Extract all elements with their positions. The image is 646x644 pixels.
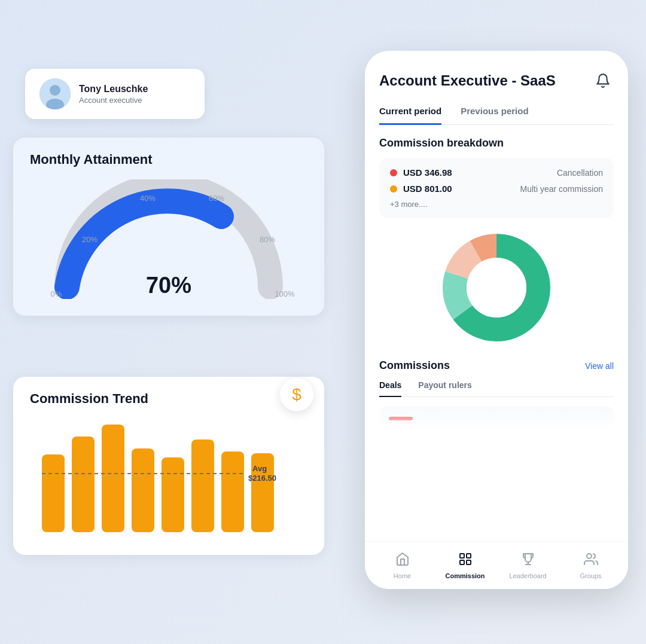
trend-chart: Avg $216.50 xyxy=(30,419,307,538)
breakdown-left-2: USD 801.00 xyxy=(390,184,452,194)
breakdown-amount-2: USD 801.00 xyxy=(403,184,452,194)
svg-text:Avg: Avg xyxy=(252,464,267,473)
svg-point-25 xyxy=(467,258,526,318)
trend-title: Commission Trend xyxy=(30,391,307,407)
nav-item-groups[interactable]: Groups xyxy=(559,552,622,579)
svg-rect-15 xyxy=(191,439,214,532)
deal-preview xyxy=(379,407,614,431)
nav-item-home[interactable]: Home xyxy=(371,552,434,579)
more-text: +3 more.... xyxy=(390,200,603,209)
breakdown-row-2: USD 801.00 Multi year commission xyxy=(390,184,603,194)
svg-rect-14 xyxy=(162,457,184,532)
svg-text:70%: 70% xyxy=(146,273,191,298)
view-all-link[interactable]: View all xyxy=(585,361,614,371)
svg-text:20%: 20% xyxy=(82,235,97,244)
profile-info: Tony Leuschke Account executive xyxy=(79,84,148,105)
breakdown-card: USD 346.98 Cancellation USD 801.00 Multi… xyxy=(379,158,614,218)
trend-card: Commission Trend $ Avg $216.50 xyxy=(13,377,324,555)
nav-item-leaderboard[interactable]: Leaderboard xyxy=(496,552,559,579)
svg-rect-26 xyxy=(460,554,464,558)
phone-frame: Account Executive - SaaS Current period … xyxy=(365,51,628,589)
svg-rect-16 xyxy=(221,451,244,532)
breakdown-amount-1: USD 346.98 xyxy=(403,167,452,178)
gauge-chart: 0% 20% 40% 60% 80% 100% 70% xyxy=(37,179,300,299)
dot-red xyxy=(390,169,397,176)
leaderboard-icon xyxy=(521,552,535,570)
svg-text:100%: 100% xyxy=(275,289,295,298)
commissions-title: Commissions xyxy=(379,359,450,372)
commission-icon xyxy=(458,552,473,570)
commissions-header: Commissions View all xyxy=(379,359,614,372)
phone-scroll[interactable]: Commission breakdown USD 346.98 Cancella… xyxy=(379,125,614,541)
sub-tabs: Deals Payout rulers xyxy=(379,380,614,397)
profile-card: Tony Leuschke Account executive xyxy=(25,69,205,119)
svg-rect-29 xyxy=(467,560,471,564)
sub-tab-deals[interactable]: Deals xyxy=(379,380,401,397)
donut-chart xyxy=(437,228,556,347)
phone-header: Account Executive - SaaS xyxy=(379,70,614,91)
nav-label-groups: Groups xyxy=(580,572,601,579)
avatar xyxy=(39,78,71,109)
svg-rect-13 xyxy=(132,448,154,532)
breakdown-row-1: USD 346.98 Cancellation xyxy=(390,167,603,178)
svg-rect-10 xyxy=(42,454,65,532)
phone-content: Account Executive - SaaS Current period … xyxy=(365,51,628,541)
svg-text:$216.50: $216.50 xyxy=(248,474,276,483)
svg-rect-12 xyxy=(102,425,124,532)
svg-rect-28 xyxy=(460,560,464,564)
dollar-icon: $ xyxy=(280,378,313,411)
home-icon xyxy=(395,552,410,570)
svg-text:40%: 40% xyxy=(140,194,156,203)
bar-chart-svg: Avg $216.50 xyxy=(36,419,299,538)
dot-yellow xyxy=(390,185,397,193)
nav-label-commission: Commission xyxy=(445,572,484,579)
nav-label-leaderboard: Leaderboard xyxy=(509,572,546,579)
svg-text:80%: 80% xyxy=(260,235,275,244)
tab-previous-period[interactable]: Previous period xyxy=(461,106,528,125)
breakdown-section-title: Commission breakdown xyxy=(379,137,614,149)
donut-wrapper xyxy=(379,228,614,347)
bell-icon[interactable] xyxy=(592,70,614,91)
breakdown-label-2: Multi year commission xyxy=(520,184,603,194)
svg-point-1 xyxy=(50,85,60,96)
scene: Tony Leuschke Account executive Monthly … xyxy=(0,0,646,644)
breakdown-label-1: Cancellation xyxy=(557,168,603,178)
svg-rect-11 xyxy=(72,437,95,532)
svg-text:60%: 60% xyxy=(209,194,224,203)
attainment-title: Monthly Attainment xyxy=(30,152,307,167)
profile-role: Account executive xyxy=(79,96,148,105)
svg-point-30 xyxy=(587,554,592,558)
gauge-container: 0% 20% 40% 60% 80% 100% 70% xyxy=(30,179,307,299)
attainment-card: Monthly Attainment 0% 20% 40% 60% 80% 10… xyxy=(13,138,324,316)
nav-label-home: Home xyxy=(394,572,411,579)
svg-rect-27 xyxy=(467,554,471,558)
phone-title: Account Executive - SaaS xyxy=(379,72,556,89)
period-tabs: Current period Previous period xyxy=(379,106,614,125)
bottom-nav: Home Commission xyxy=(365,541,628,589)
nav-item-commission[interactable]: Commission xyxy=(434,552,496,579)
sub-tab-payout[interactable]: Payout rulers xyxy=(418,380,471,397)
groups-icon xyxy=(584,552,598,570)
tab-current-period[interactable]: Current period xyxy=(379,106,441,125)
svg-text:0%: 0% xyxy=(51,289,62,298)
profile-name: Tony Leuschke xyxy=(79,84,148,94)
breakdown-left-1: USD 346.98 xyxy=(390,167,452,178)
